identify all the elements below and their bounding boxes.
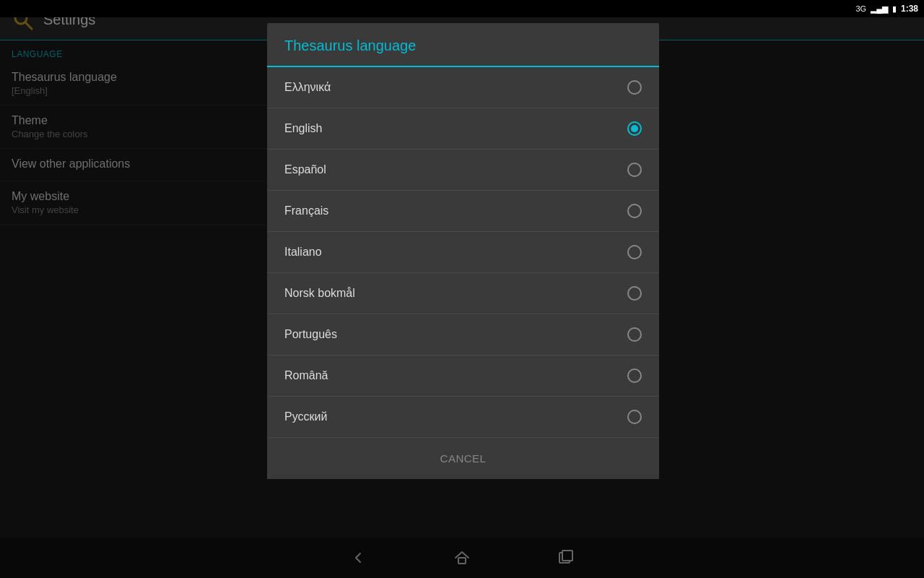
language-option[interactable]: Italiano — [267, 232, 659, 273]
language-label: Português — [284, 328, 337, 341]
radio-button[interactable] — [627, 286, 642, 301]
signal-icon: ▂▄▆ — [871, 4, 888, 14]
language-label: English — [284, 122, 322, 135]
language-label: Ελληνικά — [284, 81, 331, 94]
language-option[interactable]: Norsk bokmål — [267, 273, 659, 314]
network-icon: 3G — [855, 4, 866, 13]
status-bar: 3G ▂▄▆ ▮ 1:38 — [0, 0, 924, 17]
language-option[interactable]: Español — [267, 150, 659, 191]
language-label: Русский — [284, 410, 327, 423]
cancel-button[interactable]: Cancel — [429, 447, 498, 470]
language-option[interactable]: Português — [267, 314, 659, 355]
time-display: 1:38 — [901, 4, 918, 14]
language-label: Italiano — [284, 246, 322, 259]
language-option[interactable]: Русский — [267, 397, 659, 438]
radio-button[interactable] — [627, 410, 642, 424]
language-option[interactable]: English — [267, 108, 659, 150]
language-label: Română — [284, 369, 328, 382]
language-list: ΕλληνικάEnglishEspañolFrançaisItalianoNo… — [267, 67, 659, 438]
language-option[interactable]: Ελληνικά — [267, 67, 659, 108]
language-option[interactable]: Français — [267, 191, 659, 232]
language-label: Norsk bokmål — [284, 287, 355, 300]
battery-icon: ▮ — [892, 4, 897, 14]
radio-button[interactable] — [627, 245, 642, 259]
radio-button[interactable] — [627, 368, 642, 383]
radio-button[interactable] — [627, 121, 642, 136]
radio-button[interactable] — [627, 163, 642, 177]
dialog-title: Thesaurus language — [267, 23, 659, 67]
language-label: Español — [284, 163, 326, 176]
dialog-footer: Cancel — [267, 438, 659, 479]
language-label: Français — [284, 204, 328, 217]
radio-button[interactable] — [627, 204, 642, 218]
thesaurus-language-dialog: Thesaurus language ΕλληνικάEnglishEspaño… — [267, 23, 659, 479]
radio-button[interactable] — [627, 327, 642, 342]
language-option[interactable]: Română — [267, 355, 659, 397]
radio-button[interactable] — [627, 80, 642, 95]
